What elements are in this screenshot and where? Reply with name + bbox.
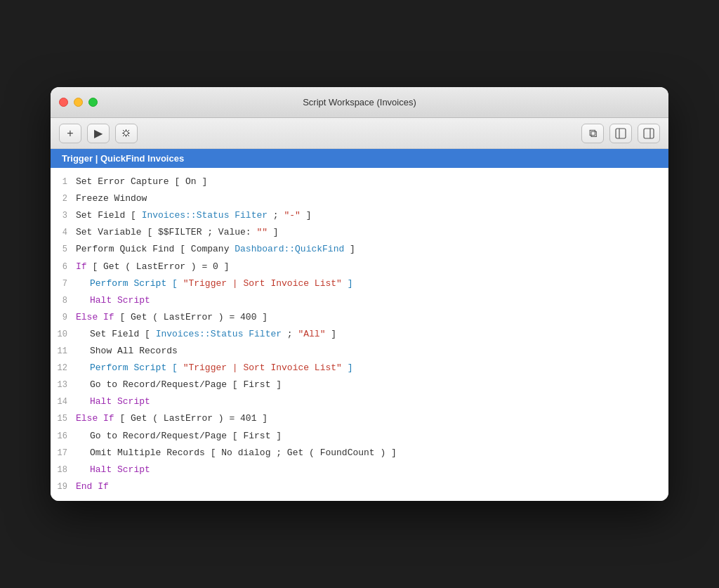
line-content: Freeze Window xyxy=(76,191,668,207)
line-content: Perform Script [ "Trigger | Sort Invoice… xyxy=(76,360,668,376)
debug-button[interactable]: ⛭ xyxy=(115,124,138,143)
close-button[interactable] xyxy=(59,98,68,107)
table-row[interactable]: 12Perform Script [ "Trigger | Sort Invoi… xyxy=(51,360,668,377)
line-number: 17 xyxy=(51,446,76,460)
window-title: Script Workspace (Invoices) xyxy=(303,97,416,107)
line-number: 13 xyxy=(51,378,76,392)
table-row[interactable]: 2Freeze Window xyxy=(51,190,668,207)
panel-left-button[interactable] xyxy=(609,124,632,143)
script-header-label: Trigger | QuickFind Invoices xyxy=(62,153,184,164)
script-header[interactable]: Trigger | QuickFind Invoices xyxy=(51,149,668,168)
table-row[interactable]: 6If [ Get ( LastError ) = 0 ] xyxy=(51,259,668,275)
table-row[interactable]: 15Else If [ Get ( LastError ) = 401 ] xyxy=(51,410,668,427)
table-row[interactable]: 7Perform Script [ "Trigger | Sort Invoic… xyxy=(51,275,668,292)
toolbar-right: ⧉ xyxy=(581,124,660,143)
line-content: Set Error Capture [ On ] xyxy=(76,174,668,190)
line-number: 11 xyxy=(51,344,76,358)
panel-right-icon xyxy=(643,128,654,139)
line-number: 6 xyxy=(51,260,76,274)
table-row[interactable]: 17Omit Multiple Records [ No dialog ; Ge… xyxy=(51,445,668,462)
line-content: Halt Script xyxy=(76,462,668,478)
table-row[interactable]: 5Perform Quick Find [ Company Dashboard:… xyxy=(51,241,668,258)
table-row[interactable]: 4Set Variable [ $$FILTER ; Value: "" ] xyxy=(51,224,668,241)
maximize-button[interactable] xyxy=(88,98,98,107)
line-content: Set Variable [ $$FILTER ; Value: "" ] xyxy=(76,225,668,240)
copy-button[interactable]: ⧉ xyxy=(581,124,604,143)
table-row[interactable]: 19End If xyxy=(51,478,668,495)
line-number: 1 xyxy=(51,175,76,189)
main-window: Script Workspace (Invoices) + ▶ ⛭ ⧉ Trig xyxy=(51,87,668,501)
svg-rect-0 xyxy=(616,129,626,138)
line-content: Halt Script xyxy=(76,394,668,410)
panel-left-icon xyxy=(615,128,626,139)
line-content: Omit Multiple Records [ No dialog ; Get … xyxy=(76,445,668,461)
line-content: Go to Record/Request/Page [ First ] xyxy=(76,377,668,393)
line-number: 3 xyxy=(51,209,76,223)
panel-right-button[interactable] xyxy=(638,124,660,143)
line-number: 4 xyxy=(51,226,76,240)
line-number: 12 xyxy=(51,361,76,375)
table-row[interactable]: 1Set Error Capture [ On ] xyxy=(51,174,668,190)
line-number: 2 xyxy=(51,192,76,206)
line-number: 9 xyxy=(51,311,76,325)
line-content: Perform Quick Find [ Company Dashboard::… xyxy=(76,242,668,257)
add-button[interactable]: + xyxy=(59,124,81,143)
line-content: Else If [ Get ( LastError ) = 401 ] xyxy=(76,411,668,426)
line-content: If [ Get ( LastError ) = 0 ] xyxy=(76,259,668,275)
table-row[interactable]: 11Show All Records xyxy=(51,343,668,360)
table-row[interactable]: 3Set Field [ Invoices::Status Filter ; "… xyxy=(51,207,668,224)
line-number: 10 xyxy=(51,327,76,341)
line-content: Perform Script [ "Trigger | Sort Invoice… xyxy=(76,276,668,292)
line-number: 19 xyxy=(51,480,76,494)
line-content: End If xyxy=(76,479,668,495)
line-content: Set Field [ Invoices::Status Filter ; "A… xyxy=(76,327,668,342)
table-row[interactable]: 18Halt Script xyxy=(51,462,668,478)
table-row[interactable]: 10Set Field [ Invoices::Status Filter ; … xyxy=(51,326,668,343)
line-content: Halt Script xyxy=(76,293,668,308)
line-content: Else If [ Get ( LastError ) = 400 ] xyxy=(76,310,668,325)
minimize-button[interactable] xyxy=(74,98,83,107)
title-bar: Script Workspace (Invoices) xyxy=(51,87,668,118)
table-row[interactable]: 9Else If [ Get ( LastError ) = 400 ] xyxy=(51,309,668,326)
traffic-lights xyxy=(59,98,98,107)
line-number: 7 xyxy=(51,277,76,291)
table-row[interactable]: 14Halt Script xyxy=(51,393,668,410)
line-content: Set Field [ Invoices::Status Filter ; "-… xyxy=(76,208,668,223)
table-row[interactable]: 8Halt Script xyxy=(51,292,668,309)
line-number: 5 xyxy=(51,242,76,256)
run-button[interactable]: ▶ xyxy=(87,124,110,143)
table-row[interactable]: 16Go to Record/Request/Page [ First ] xyxy=(51,428,668,445)
line-content: Show All Records xyxy=(76,344,668,359)
line-number: 18 xyxy=(51,463,76,477)
line-number: 16 xyxy=(51,429,76,443)
line-number: 15 xyxy=(51,412,76,426)
toolbar: + ▶ ⛭ ⧉ xyxy=(51,118,668,149)
line-number: 8 xyxy=(51,294,76,308)
line-content: Go to Record/Request/Page [ First ] xyxy=(76,429,668,444)
script-body: 1Set Error Capture [ On ]2Freeze Window3… xyxy=(51,168,668,501)
line-number: 14 xyxy=(51,395,76,409)
table-row[interactable]: 13Go to Record/Request/Page [ First ] xyxy=(51,377,668,393)
svg-rect-2 xyxy=(644,129,654,138)
